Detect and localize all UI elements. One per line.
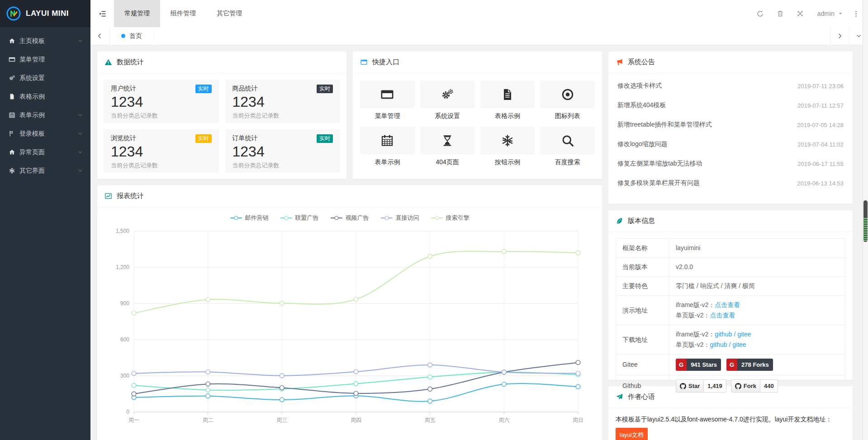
github-button[interactable]: Star1,419 <box>676 379 726 393</box>
github-icon <box>680 383 686 389</box>
notice-date: 2019-06-13 14:53 <box>797 180 844 187</box>
version-link[interactable]: 点击查看 <box>715 301 740 308</box>
snowflake-icon <box>9 167 19 174</box>
author-card-title: 作者心语 <box>628 393 655 401</box>
sidebar-menu: 主页模板 菜单管理 系统设置 表格示例 表单示例 登录模板 异常页面 其它界面 <box>0 27 90 180</box>
version-rows: 框架名称layuimini当前版本v2.0.0主要特色零门槛 / 响应式 / 清… <box>616 239 845 397</box>
quick-entry-item[interactable]: 表格示例 <box>480 80 535 120</box>
quick-entry-item[interactable]: 404页面 <box>420 127 475 166</box>
version-card-title: 版本信息 <box>628 217 655 225</box>
notice-item[interactable]: 修复左侧菜单缩放tab无法移动 2019-06-17 11:55 <box>617 154 844 173</box>
hourglass-icon <box>441 134 454 147</box>
legend-item[interactable]: 联盟广告 <box>280 214 319 222</box>
quick-card-title: 快捷入口 <box>372 58 399 66</box>
sidebar-item[interactable]: 登录模板 <box>0 124 90 143</box>
notice-list: 修改选项卡样式 2019-07-11 23:06 新增系统404模板 2019-… <box>608 73 853 193</box>
sidebar-item[interactable]: 菜单管理 <box>0 50 90 69</box>
legend-item[interactable]: 视频广告 <box>331 214 369 222</box>
refresh-icon[interactable] <box>750 0 770 27</box>
version-link[interactable]: gitee <box>732 341 746 348</box>
report-card-title: 报表统计 <box>117 192 144 200</box>
version-link[interactable]: 点击查看 <box>710 312 735 319</box>
legend-item[interactable]: 邮件营销 <box>230 214 269 222</box>
sidebar-item[interactable]: 异常页面 <box>0 143 90 161</box>
svg-text:周六: 周六 <box>498 417 509 423</box>
window-scrollbar[interactable] <box>863 0 868 440</box>
legend-item[interactable]: 搜索引擎 <box>431 214 470 222</box>
svg-text:周日: 周日 <box>573 417 583 423</box>
more-vertical-icon[interactable] <box>850 0 862 27</box>
chart-line-icon <box>104 192 112 200</box>
notice-date: 2019-07-11 12:57 <box>797 102 844 109</box>
nav-item[interactable]: 常规管理 <box>114 0 160 27</box>
report-card: 报表统计 邮件营销 联盟广告 视频广告 直接访问 搜索引擎 周一周二周三周四周五… <box>97 185 602 440</box>
home-icon <box>9 149 19 156</box>
fullscreen-icon[interactable] <box>790 0 810 27</box>
notice-item[interactable]: 新增系统404模板 2019-07-11 12:57 <box>617 95 844 115</box>
notice-date: 2019-07-04 11:02 <box>797 141 844 148</box>
svg-text:周五: 周五 <box>424 417 435 423</box>
nav-item[interactable]: 组件管理 <box>160 0 206 27</box>
quick-entry-item[interactable]: 百度搜索 <box>540 127 595 166</box>
sidebar-item[interactable]: 表格示例 <box>0 87 90 106</box>
chevron-down-icon <box>77 168 83 174</box>
version-row: 当前版本v2.0.0 <box>616 258 845 277</box>
nav-item[interactable]: 其它管理 <box>206 0 252 27</box>
quick-entry-item[interactable]: 菜单管理 <box>360 80 415 120</box>
notice-item[interactable]: 新增treetable插件和菜单管理样式 2019-07-05 14:28 <box>617 115 844 134</box>
header-right: admin <box>750 0 868 27</box>
layui-doc-badge[interactable]: layui文档 <box>616 428 648 440</box>
quick-entry-item[interactable]: 图标列表 <box>540 80 595 120</box>
chevron-down-icon <box>77 131 83 137</box>
github-button[interactable]: Fork440 <box>731 379 778 393</box>
file-icon <box>9 93 19 100</box>
realtime-badge: 实时 <box>195 85 212 93</box>
collapse-sidebar-icon[interactable] <box>90 0 114 27</box>
window-icon <box>380 88 394 101</box>
tab-scroll-left-icon[interactable] <box>90 27 109 45</box>
quick-entry-item[interactable]: 按钮示例 <box>480 127 535 166</box>
stat-panel: 订单统计 实时 1234 当前分类总记录数 <box>225 129 341 173</box>
tab-dot <box>121 34 125 38</box>
version-link[interactable]: github <box>715 331 732 338</box>
notice-item[interactable]: 修改logo缩放问题 2019-07-04 11:02 <box>617 134 844 154</box>
version-link[interactable]: github <box>710 341 727 348</box>
tab-scroll-right-icon[interactable] <box>830 27 849 45</box>
svg-text:1,500: 1,500 <box>115 228 129 234</box>
legend-item[interactable]: 直接访问 <box>381 214 419 222</box>
leaf-icon <box>616 217 623 225</box>
quick-entry-item[interactable]: 表单示例 <box>360 127 415 166</box>
snowflake-icon <box>501 134 514 147</box>
svg-text:1,200: 1,200 <box>115 264 129 270</box>
notice-item[interactable]: 修改选项卡样式 2019-07-11 23:06 <box>617 76 844 95</box>
sidebar-item[interactable]: 系统设置 <box>0 69 90 87</box>
quick-entry-item[interactable]: 系统设置 <box>420 80 475 120</box>
paper-plane-icon <box>616 393 623 401</box>
logo-area[interactable]: LAYUI MINI <box>0 0 90 27</box>
user-menu[interactable]: admin <box>810 10 850 17</box>
realtime-badge: 实时 <box>195 134 212 143</box>
sidebar-item[interactable]: 其它界面 <box>0 161 90 180</box>
notice-item[interactable]: 修复多模块菜单栏展开有问题 2019-06-13 14:53 <box>617 173 844 193</box>
tab-home[interactable]: 首页 <box>109 27 154 45</box>
chart-canvas[interactable]: 周一周二周三周四周五周六周日03006009001,2001,500 <box>101 223 598 435</box>
scrollbar-thumb[interactable] <box>863 200 868 242</box>
window-icon <box>9 56 19 63</box>
gitee-badge[interactable]: G278 Forks <box>726 359 773 371</box>
stats-card-title: 数据统计 <box>117 58 144 66</box>
sidebar-item[interactable]: 主页模板 <box>0 32 90 50</box>
file-icon <box>501 88 514 101</box>
stat-value: 1234 <box>232 94 333 110</box>
clear-cache-icon[interactable] <box>770 0 790 27</box>
version-row: 框架名称layuimini <box>616 239 845 258</box>
svg-text:0: 0 <box>126 409 129 415</box>
stat-value: 1234 <box>232 143 333 160</box>
sidebar: LAYUI MINI 主页模板 菜单管理 系统设置 表格示例 表单示例 登录模板… <box>0 0 90 440</box>
chevron-down-icon <box>77 112 83 118</box>
version-table: 框架名称layuimini当前版本v2.0.0主要特色零门槛 / 响应式 / 清… <box>616 238 845 397</box>
gitee-badge[interactable]: G941 Stars <box>676 359 721 371</box>
caret-down-icon <box>838 11 843 16</box>
sidebar-item[interactable]: 表单示例 <box>0 106 90 124</box>
version-link[interactable]: gitee <box>737 331 751 338</box>
version-card: 版本信息 框架名称layuimini当前版本v2.0.0主要特色零门槛 / 响应… <box>608 210 853 380</box>
